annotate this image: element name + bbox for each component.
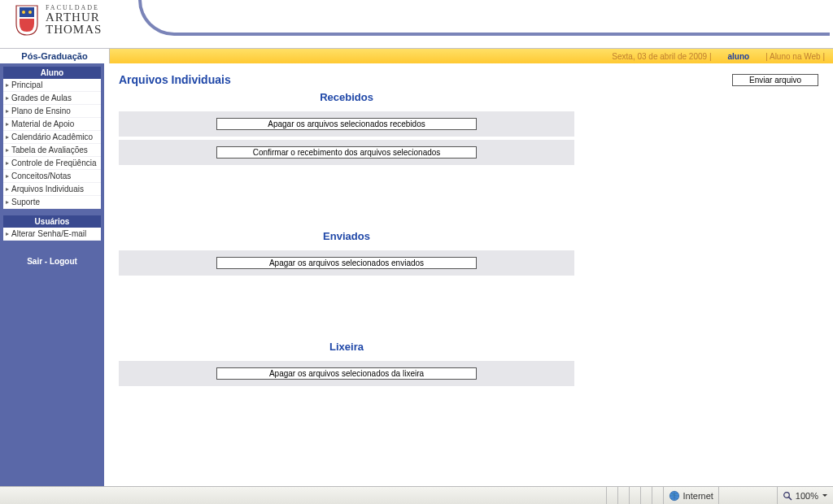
section-sent: Enviados Apagar os arquivos selecionados… bbox=[119, 230, 574, 276]
svg-point-4 bbox=[784, 492, 790, 497]
chevron-right-icon: ▸ bbox=[6, 120, 9, 128]
sidebar-item-material[interactable]: ▸Material de Apoio bbox=[3, 118, 101, 131]
section-received: Recebidos Apagar os arquivos selecionado… bbox=[119, 91, 574, 165]
logo-name-line1: ARTHUR bbox=[46, 11, 102, 24]
chevron-right-icon: ▸ bbox=[6, 94, 9, 102]
sidebar-item-conceitos[interactable]: ▸Conceitos/Notas bbox=[3, 170, 101, 183]
chevron-right-icon: ▸ bbox=[6, 81, 9, 89]
chevron-right-icon: ▸ bbox=[6, 230, 9, 237]
sidebar-title-aluno: Aluno bbox=[3, 67, 101, 79]
chevron-down-icon bbox=[822, 493, 828, 499]
chevron-right-icon: ▸ bbox=[6, 133, 9, 141]
sidebar-item-plano[interactable]: ▸Plano de Ensino bbox=[3, 105, 101, 118]
status-bar: Internet 100% bbox=[0, 486, 833, 504]
section-title-sent: Enviados bbox=[119, 230, 574, 242]
logo-name-line2: THOMAS bbox=[46, 24, 102, 36]
zoom-control[interactable]: 100% bbox=[777, 487, 833, 504]
page-title: Arquivos Individuais bbox=[119, 73, 231, 86]
logout-link[interactable]: Sair - Logout bbox=[3, 247, 101, 276]
chevron-right-icon: ▸ bbox=[6, 185, 9, 193]
current-date: Sexta, 03 de abril de 2009 | bbox=[612, 52, 711, 61]
sidebar-item-alterar-senha[interactable]: ▸Alterar Senha/E-mail bbox=[3, 228, 101, 241]
svg-point-2 bbox=[28, 11, 32, 14]
breadcrumb-bar: Pós-Graduação Sexta, 03 de abril de 2009… bbox=[0, 49, 833, 63]
globe-icon bbox=[669, 490, 680, 502]
sidebar-item-principal[interactable]: ▸Principal bbox=[3, 79, 101, 92]
internet-zone[interactable]: Internet bbox=[663, 487, 718, 504]
section-trash: Lixeira Apagar os arquivos selecionados … bbox=[119, 341, 574, 386]
section-title-received: Recebidos bbox=[119, 91, 574, 103]
confirm-received-button[interactable]: Confirmar o recebimento dos arquivos sel… bbox=[216, 146, 477, 159]
main-content: Arquivos Individuais Enviar arquivo Rece… bbox=[104, 63, 833, 486]
delete-trash-button[interactable]: Apagar os arquivos selecionados da lixei… bbox=[216, 367, 477, 380]
sidebar-item-frequencia[interactable]: ▸Controle de Freqüência bbox=[3, 157, 101, 170]
chevron-right-icon: ▸ bbox=[6, 198, 9, 206]
chevron-right-icon: ▸ bbox=[6, 146, 9, 154]
sidebar-title-usuarios: Usuários bbox=[3, 215, 101, 228]
current-user[interactable]: aluno bbox=[711, 52, 765, 61]
header: FACULDADE ARTHUR THOMAS bbox=[0, 0, 833, 49]
section-label: Pós-Graduação bbox=[0, 49, 110, 63]
sidebar-item-suporte[interactable]: ▸Suporte bbox=[3, 196, 101, 209]
logo-shield-icon bbox=[15, 4, 39, 37]
user-role: | Aluno na Web | bbox=[765, 52, 833, 61]
zoom-level: 100% bbox=[796, 491, 818, 501]
delete-received-button[interactable]: Apagar os arquivos selecionados recebido… bbox=[216, 118, 477, 130]
internet-zone-label: Internet bbox=[683, 491, 713, 501]
chevron-right-icon: ▸ bbox=[6, 172, 9, 180]
logo: FACULDADE ARTHUR THOMAS bbox=[15, 4, 102, 37]
upload-file-button[interactable]: Enviar arquivo bbox=[732, 74, 818, 86]
svg-rect-0 bbox=[20, 7, 34, 17]
sidebar-item-avaliacoes[interactable]: ▸Tabela de Avaliações bbox=[3, 144, 101, 157]
section-title-trash: Lixeira bbox=[119, 341, 574, 353]
chevron-right-icon: ▸ bbox=[6, 107, 9, 115]
sidebar-item-grades[interactable]: ▸Grades de Aulas bbox=[3, 92, 101, 105]
svg-line-5 bbox=[788, 497, 792, 500]
magnifier-icon bbox=[783, 491, 792, 501]
chevron-right-icon: ▸ bbox=[6, 159, 9, 167]
sidebar-item-arquivos[interactable]: ▸Arquivos Individuais bbox=[3, 183, 101, 196]
sidebar-item-calendario[interactable]: ▸Calendário Acadêmico bbox=[3, 131, 101, 144]
sidebar: Aluno ▸Principal ▸Grades de Aulas ▸Plano… bbox=[0, 63, 104, 486]
delete-sent-button[interactable]: Apagar os arquivos selecionados enviados bbox=[216, 257, 477, 269]
svg-point-1 bbox=[22, 11, 25, 14]
